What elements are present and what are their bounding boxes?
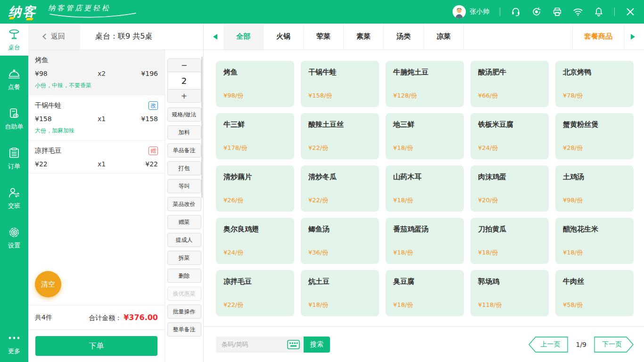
menu-item-price: ¥66/份 xyxy=(478,91,541,100)
qty-minus-button[interactable]: − xyxy=(168,59,201,72)
scrollbar[interactable] xyxy=(201,57,203,198)
order-item[interactable]: 凉拌毛豆 赠 ¥22 x1 ¥22 xyxy=(28,140,165,173)
sidebar-item-shift-change[interactable]: 交班 xyxy=(0,182,28,214)
tab-all[interactable]: 全部 xyxy=(223,24,264,49)
keyboard-icon[interactable] xyxy=(287,340,300,349)
menu-item-price: ¥22/份 xyxy=(308,144,372,152)
clear-order-button[interactable]: 清空 xyxy=(35,271,61,297)
menu-item-card[interactable]: 醋泡花生米¥18/份 xyxy=(555,218,634,264)
tab-soup[interactable]: 汤类 xyxy=(384,24,424,49)
more-dots-icon xyxy=(8,331,21,345)
menu-item-card[interactable]: 牛三鲜¥178/份 xyxy=(216,113,294,159)
menu-item-card[interactable]: 酸辣土豆丝¥22/份 xyxy=(301,113,379,159)
qty-plus-button[interactable]: + xyxy=(168,90,201,102)
menu-item-card[interactable]: 地三鲜¥18/份 xyxy=(386,113,464,159)
menu-item-price: ¥158/份 xyxy=(308,91,372,100)
menu-item-card[interactable]: 土鸡汤¥98/份 xyxy=(555,165,634,212)
menu-item-card[interactable]: 臭豆腐¥18/份 xyxy=(386,270,464,316)
tab-meat[interactable]: 荤菜 xyxy=(304,24,344,49)
sidebar-item-label: 点餐 xyxy=(8,83,20,91)
close-icon[interactable] xyxy=(625,7,636,17)
order-item-total: ¥196 xyxy=(132,70,158,77)
sidebar-item-tables[interactable]: 桌台 xyxy=(0,24,28,56)
order-item[interactable]: 烤鱼 ¥98 x2 ¥196 小份，中辣，不要香菜 xyxy=(28,50,165,95)
menu-item-card[interactable]: 烤鱼¥98/份 xyxy=(216,61,294,107)
menu-item-price: ¥58/份 xyxy=(563,301,626,309)
notification-bell-icon[interactable] xyxy=(594,7,604,17)
menu-item-card[interactable]: 北京烤鸭¥78/份 xyxy=(555,61,634,107)
menu-item-card[interactable]: 肉沫鸡蛋¥20/份 xyxy=(471,165,549,212)
takeout-button[interactable]: 打包 xyxy=(167,161,201,175)
menu-item-card[interactable]: 牛肉丝¥58/份 xyxy=(555,270,634,316)
cloud-sync-icon[interactable] xyxy=(531,7,542,17)
menu-item-card[interactable]: 牛腩炖土豆¥128/份 xyxy=(386,61,464,107)
order-item-name: 干锅牛蛙 xyxy=(35,101,61,110)
back-label: 返回 xyxy=(51,32,65,41)
menu-item-price: ¥20/份 xyxy=(478,196,541,205)
brand-tagline: 纳客管店更轻松 xyxy=(48,4,138,18)
menu-item-card[interactable]: 酸汤肥牛¥66/份 xyxy=(471,61,549,107)
customer-service-icon[interactable] xyxy=(511,7,521,17)
order-section: 返回 桌台：联9 共5桌 烤鱼 ¥98 x2 ¥196 xyxy=(28,24,204,362)
menu-item-card[interactable]: 凉拌毛豆¥22/份 xyxy=(216,270,294,316)
menu-item-price: ¥26/份 xyxy=(223,196,287,205)
menu-item-card[interactable]: 奥尔良鸡翅¥24/份 xyxy=(216,218,294,264)
item-remark-button[interactable]: 单品备注 xyxy=(167,143,201,157)
tab-combo-products[interactable]: 套餐商品 xyxy=(572,24,624,49)
split-dish-button[interactable]: 拆菜 xyxy=(167,251,201,265)
menu-item-price: ¥24/份 xyxy=(223,248,287,257)
place-order-button[interactable]: 下单 xyxy=(35,336,157,356)
menu-item-card[interactable]: 炕土豆¥18/份 xyxy=(301,270,379,316)
order-item[interactable]: 干锅牛蛙 改 ¥158 x1 ¥158 大份，加麻加辣 xyxy=(28,95,165,140)
menu-item-price: ¥128/份 xyxy=(393,91,456,100)
logo-accent xyxy=(9,17,15,19)
brand-name: 纳客 xyxy=(8,1,37,23)
sidebar-item-self-order[interactable]: 自助单 xyxy=(0,103,28,135)
back-button[interactable]: 返回 xyxy=(28,24,80,49)
order-summary: 共4件 合计金额： ¥376.00 xyxy=(28,305,165,330)
change-price-button[interactable]: 菜品改价 xyxy=(167,197,201,211)
wifi-icon[interactable] xyxy=(573,7,583,17)
delete-button[interactable]: 删除 xyxy=(167,269,201,283)
menu-item-card[interactable]: 蟹黄粉丝煲¥28/份 xyxy=(555,113,634,159)
wait-call-button[interactable]: 等叫 xyxy=(167,179,201,193)
menu-item-card[interactable]: 番茄鸡蛋汤¥18/份 xyxy=(386,218,464,264)
tab-vegetable[interactable]: 素菜 xyxy=(344,24,384,49)
sidebar-item-order-food[interactable]: 点餐 xyxy=(0,63,28,95)
tab-hotpot[interactable]: 火锅 xyxy=(264,24,304,49)
prev-page-button[interactable]: 上一页 xyxy=(528,337,568,353)
tabs-scroll-right-button[interactable] xyxy=(624,24,644,49)
tab-spacer xyxy=(464,24,572,49)
menu-item-card[interactable]: 干锅牛蛙¥158/份 xyxy=(301,61,379,107)
category-tabbar: 全部 火锅 荤菜 素菜 汤类 凉菜 套餐商品 xyxy=(204,24,644,50)
menu-item-card[interactable]: 山药木耳¥18/份 xyxy=(386,165,464,212)
tab-cold-dish[interactable]: 凉菜 xyxy=(424,24,464,49)
menu-item-card[interactable]: 郭场鸡¥118/份 xyxy=(471,270,549,316)
menu-item-name: 刀拍黄瓜 xyxy=(478,225,541,234)
search-button[interactable]: 搜索 xyxy=(304,337,330,353)
sidebar-item-settings[interactable]: 设置 xyxy=(0,222,28,254)
sidebar-item-orders[interactable]: 订单 xyxy=(0,142,28,174)
menu-item-name: 地三鲜 xyxy=(393,120,456,129)
commission-button[interactable]: 提成人 xyxy=(167,233,201,247)
printer-icon[interactable] xyxy=(552,7,562,17)
next-page-button[interactable]: 下一页 xyxy=(594,337,634,353)
divider xyxy=(500,8,500,16)
whole-order-remark-button[interactable]: 整单备注 xyxy=(167,322,201,337)
tabs-scroll-left-button[interactable] xyxy=(204,24,223,49)
order-item-total: ¥22 xyxy=(132,160,158,168)
sidebar-item-more[interactable]: 更多 xyxy=(0,327,28,359)
chevron-left-icon xyxy=(42,33,49,40)
gift-dish-button[interactable]: 赠菜 xyxy=(167,215,201,229)
add-ingredient-button[interactable]: 加料 xyxy=(167,125,201,140)
menu-item-card[interactable]: 铁板米豆腐¥24/份 xyxy=(471,113,549,159)
topbar: 纳客 纳客管店更轻松 xyxy=(0,0,644,24)
menu-item-card[interactable]: 刀拍黄瓜¥18/份 xyxy=(471,218,549,264)
batch-operation-button[interactable]: 批量操作 xyxy=(167,304,201,319)
order-item-note: 大份，加麻加辣 xyxy=(35,127,158,135)
menu-item-card[interactable]: 清炒藕片¥26/份 xyxy=(216,165,294,212)
menu-item-card[interactable]: 清炒冬瓜¥22/份 xyxy=(301,165,379,212)
user-menu[interactable]: 张小帅 xyxy=(453,5,489,18)
menu-item-card[interactable]: 鲫鱼汤¥36/份 xyxy=(301,218,379,264)
spec-method-button[interactable]: 规格/做法 xyxy=(167,107,201,122)
